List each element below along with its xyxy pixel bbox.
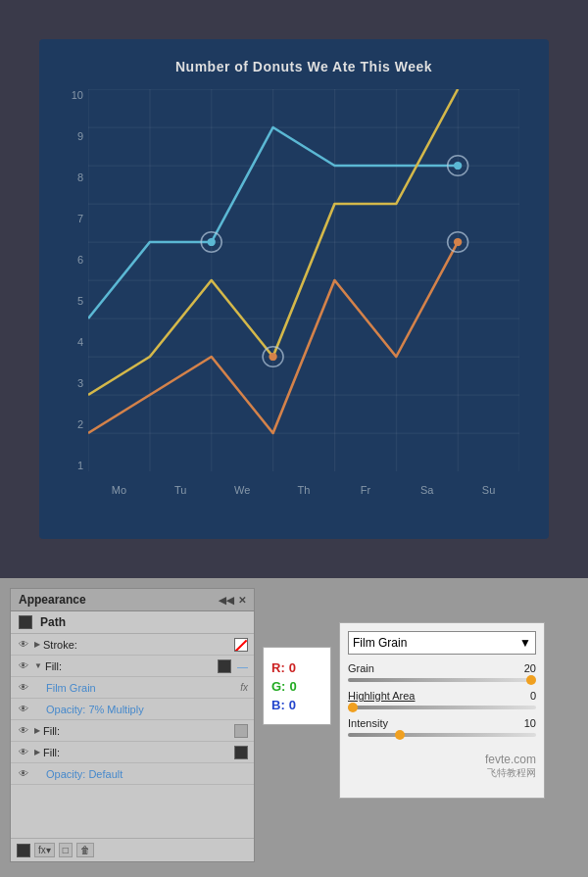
y-label: 6 [59,254,83,266]
path-row: Path [11,611,254,634]
svg-point-22 [454,162,462,170]
visibility-icon[interactable]: 👁 [17,659,30,673]
dropdown-arrow-icon: ▼ [519,636,531,650]
fill-label: Fill: [45,660,218,672]
highlight-slider[interactable] [348,706,536,709]
x-label-su: Su [458,484,519,496]
y-label: 7 [59,213,83,224]
g-value: 0 [289,679,296,694]
highlight-slider-thumb[interactable] [348,703,358,712]
rgb-b-row: B: 0 [271,698,322,712]
fx-badge: fx [240,682,248,693]
bottom-section: Appearance ◀◀ ✕ Path 👁 ▶ Stroke: 👁 ▼ Fil… [0,578,588,877]
visibility-icon[interactable]: 👁 [17,681,30,695]
fill-swatch-3[interactable] [234,746,248,759]
top-section: Number of Donuts We Ate This Week 1 2 3 … [0,0,588,578]
grain-label: Grain [348,662,374,674]
opacity-row-2: 👁 Opacity: Default [11,763,254,785]
footer-fx-button[interactable]: fx▾ [34,843,55,857]
path-swatch [19,615,32,629]
panel-footer: fx▾ □ 🗑 [11,838,254,861]
fill-label-2: Fill: [43,725,234,737]
x-axis: Mo Tu We Th Fr Sa Su [88,484,519,496]
visibility-icon[interactable]: 👁 [17,746,30,759]
highlight-label: Highlight Area [348,690,416,702]
footer-delete-button[interactable]: 🗑 [76,843,94,857]
watermark-cn: 飞特教程网 [348,766,536,780]
film-grain-dropdown[interactable]: Film Grain ▼ [348,631,536,655]
visibility-icon[interactable]: 👁 [17,767,30,781]
visibility-icon[interactable]: 👁 [17,703,30,716]
fill-arrow: — [237,660,248,672]
grain-slider-thumb[interactable] [526,675,536,685]
film-grain-row: 👁 Film Grain fx [11,677,254,699]
expand-icon[interactable]: ▼ [34,661,42,670]
path-label: Path [40,615,66,629]
highlight-row: Highlight Area 0 [348,690,536,702]
panel-header-controls: ◀◀ ✕ [219,595,246,606]
y-label: 1 [59,460,83,471]
stroke-swatch[interactable] [234,638,248,652]
fill-row-2: 👁 ▶ Fill: [11,720,254,742]
chart-area: 1 2 3 4 5 6 7 8 9 10 [88,89,519,471]
y-label: 8 [59,171,83,183]
r-value: 0 [289,660,296,675]
svg-point-24 [269,353,276,361]
highlight-value: 0 [507,690,536,702]
footer-new-button[interactable]: □ [59,843,73,857]
film-grain-label[interactable]: Film Grain [46,682,236,694]
expand-icon[interactable]: ▶ [34,726,40,735]
rgb-r-row: R: 0 [271,660,322,675]
fill-label-3: Fill: [43,747,234,758]
b-value: 0 [289,698,296,712]
svg-point-20 [208,238,216,246]
x-label-mo: Mo [88,484,150,496]
fill-swatch[interactable] [218,659,231,673]
y-label: 3 [59,377,83,389]
opacity-label: Opacity: 7% Multiply [46,704,144,715]
stroke-row: 👁 ▶ Stroke: [11,634,254,656]
chart-container: Number of Donuts We Ate This Week 1 2 3 … [39,39,549,539]
footer-swatch [17,844,30,857]
y-label: 2 [59,418,83,430]
rgb-panel: R: 0 G: 0 B: 0 [263,647,331,725]
g-label: G: [271,679,285,694]
svg-point-26 [454,238,462,246]
highlight-field: Highlight Area 0 [348,690,536,709]
x-label-sa: Sa [396,484,458,496]
x-label-th: Th [273,484,335,496]
b-label: B: [271,698,285,712]
intensity-slider-thumb[interactable] [395,730,405,740]
y-label: 9 [59,130,83,142]
intensity-label: Intensity [348,717,388,729]
y-label: 4 [59,336,83,348]
watermark-site: fevte.com [348,753,536,766]
intensity-value: 10 [507,717,536,729]
expand-icon[interactable]: ▶ [34,640,40,649]
visibility-icon[interactable]: 👁 [17,724,30,738]
opacity-row-1: 👁 Opacity: 7% Multiply [11,699,254,720]
expand-icon[interactable]: ▶ [34,748,40,756]
x-label-tu: Tu [150,484,212,496]
watermark-area: fevte.com 飞特教程网 [348,753,536,780]
collapse-icon[interactable]: ◀◀ [219,595,234,606]
dropdown-label: Film Grain [353,636,407,650]
grain-row: Grain 20 [348,662,536,674]
fill-swatch-2[interactable] [234,724,248,738]
rgb-g-row: G: 0 [271,679,322,694]
film-grain-panel: Film Grain ▼ Grain 20 Highlight Area 0 [339,622,545,799]
x-label-we: We [212,484,273,496]
y-label: 10 [59,89,83,101]
y-axis: 1 2 3 4 5 6 7 8 9 10 [59,89,83,471]
close-icon[interactable]: ✕ [238,595,246,606]
intensity-row: Intensity 10 [348,717,536,729]
intensity-slider[interactable] [348,733,536,737]
chart-title: Number of Donuts We Ate This Week [88,59,519,74]
grain-field: Grain 20 [348,662,536,682]
fill-row-3: 👁 ▶ Fill: [11,742,254,763]
panel-title: Appearance [19,593,86,607]
visibility-icon[interactable]: 👁 [17,638,30,652]
panel-header: Appearance ◀◀ ✕ [11,589,254,611]
r-label: R: [271,660,285,675]
grain-slider[interactable] [348,678,536,682]
